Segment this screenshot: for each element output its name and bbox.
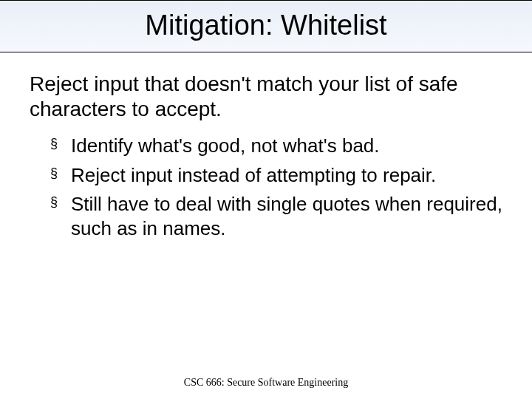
lead-paragraph: Reject input that doesn't match your lis… [30,72,502,122]
slide-body: Reject input that doesn't match your lis… [0,52,532,241]
bullet-marker-icon: § [50,135,58,152]
list-item-text: Identify what's good, not what's bad. [71,134,380,157]
list-item: § Identify what's good, not what's bad. [50,134,502,158]
bullet-list: § Identify what's good, not what's bad. … [30,134,502,241]
list-item: § Still have to deal with single quotes … [50,192,502,242]
list-item: § Reject input instead of attempting to … [50,163,502,188]
list-item-text: Reject input instead of attempting to re… [71,164,436,186]
title-band: Mitigation: Whitelist [0,0,532,52]
list-item-text: Still have to deal with single quotes wh… [71,193,502,239]
bullet-marker-icon: § [50,165,58,182]
slide-footer: CSC 666: Secure Software Engineering [0,377,532,389]
slide-title: Mitigation: Whitelist [0,10,532,41]
bullet-marker-icon: § [50,194,58,211]
slide: Mitigation: Whitelist Reject input that … [0,0,532,399]
